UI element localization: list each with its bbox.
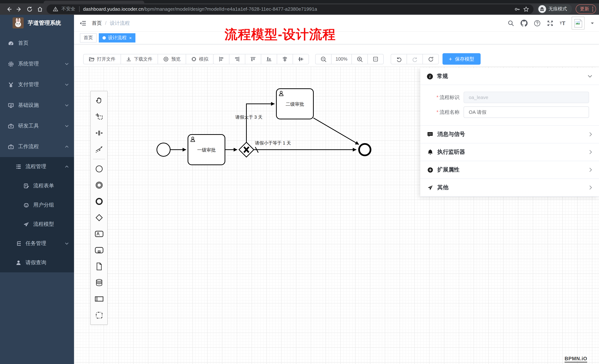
zoom-reset-button[interactable]: [367, 54, 384, 64]
chevron-right-icon: [589, 185, 592, 190]
browser-active-tab[interactable]: [44, 1, 144, 3]
sidebar-item-process-model[interactable]: 流程模型: [0, 215, 74, 234]
sidebar-item-label: 流程模型: [33, 221, 54, 228]
sidebar-item-payment[interactable]: 支付管理: [0, 74, 74, 95]
update-label: 更新: [580, 6, 589, 12]
panel-section-messages[interactable]: 消息与信号: [420, 126, 599, 143]
chevron-down-icon: [65, 83, 69, 86]
panel-section-other[interactable]: 其他: [420, 179, 599, 197]
field-label: *流程标识: [420, 94, 459, 101]
flow-label-gt[interactable]: 请假大于 3 天: [235, 115, 263, 119]
align-right-button[interactable]: [229, 54, 245, 64]
flow-gateway-to-task2[interactable]: [247, 104, 274, 142]
sidebar-item-label: 用户分组: [33, 202, 54, 208]
chevron-right-icon: [589, 132, 592, 137]
forward-icon[interactable]: [14, 4, 24, 14]
github-icon[interactable]: [520, 20, 528, 27]
align-center-vertical-button[interactable]: [293, 54, 309, 64]
required-asterisk: *: [436, 109, 438, 115]
avatar[interactable]: [572, 17, 585, 30]
bookmark-star-icon[interactable]: [521, 5, 530, 14]
font-size-icon[interactable]: TT: [560, 20, 565, 26]
sidebar-item-process-form[interactable]: 流程表单: [0, 176, 74, 195]
sidebar-item-label: 流程表单: [33, 183, 54, 189]
zoom-in-button[interactable]: [352, 54, 368, 64]
align-top-icon: [250, 56, 256, 62]
home-icon[interactable]: [35, 4, 45, 14]
download-file-button[interactable]: 下载文件: [121, 54, 158, 64]
bell-icon: [427, 149, 433, 155]
sidebar-collapse-icon[interactable]: [74, 20, 92, 26]
sidebar-item-home[interactable]: 首页: [0, 33, 74, 54]
tag-close-icon[interactable]: ×: [129, 36, 132, 40]
flow-task2-to-end[interactable]: [313, 118, 359, 144]
align-left-button[interactable]: [213, 54, 229, 64]
password-key-icon[interactable]: [513, 5, 521, 14]
user-task-level2[interactable]: 二级审批: [276, 89, 313, 119]
tag-design-process[interactable]: 设计流程 ×: [99, 33, 135, 42]
required-asterisk: *: [436, 94, 438, 100]
message-icon: [427, 131, 433, 137]
form-edit-icon: [23, 183, 29, 189]
align-center-horizontal-button[interactable]: [277, 54, 293, 64]
screenshot-root: 不安全 dashboard.yudao.iocoder.cn/bpm/manag…: [0, 0, 599, 364]
browser-menu-icon[interactable]: [592, 7, 593, 11]
sidebar-logo-row[interactable]: 芋道管理系统: [0, 15, 74, 31]
sidebar-item-leave-query[interactable]: 请假查询: [0, 253, 74, 272]
breadcrumb-current: 设计流程: [110, 20, 130, 26]
align-top-button[interactable]: [245, 54, 261, 64]
fullscreen-icon[interactable]: [547, 20, 553, 26]
zoom-level-button[interactable]: 100%: [331, 54, 352, 64]
briefcase-icon: [8, 144, 14, 150]
open-file-button[interactable]: 打开文件: [83, 54, 121, 64]
end-event[interactable]: [359, 144, 370, 155]
zoom-button-group: 100%: [315, 54, 384, 64]
restart-button[interactable]: [423, 54, 439, 64]
bpmn-io-watermark[interactable]: BPMN.iO: [564, 356, 587, 363]
simulate-button[interactable]: 模拟: [186, 54, 214, 64]
download-icon: [126, 57, 131, 62]
sidebar-item-label: 研发工具: [18, 123, 39, 129]
panel-section-general[interactable]: i 常规: [420, 68, 599, 85]
zoom-out-button[interactable]: [315, 54, 332, 64]
start-event[interactable]: [157, 143, 170, 156]
back-icon[interactable]: [4, 4, 14, 14]
user-task-level1[interactable]: 一级审批: [188, 135, 225, 165]
process-name-input[interactable]: [464, 106, 589, 118]
sidebar-item-system[interactable]: 系统管理: [0, 54, 74, 74]
redo-button[interactable]: [407, 54, 423, 64]
sidebar-item-task-management[interactable]: 任务管理: [0, 234, 74, 253]
browser-update-button[interactable]: 更新: [575, 4, 596, 14]
address-bar[interactable]: 不安全 dashboard.yudao.iocoder.cn/bpm/manag…: [47, 4, 533, 14]
tag-home[interactable]: 首页: [80, 33, 97, 42]
panel-section-title: 常规: [437, 73, 448, 80]
process-key-input[interactable]: [464, 92, 589, 103]
tag-label: 设计流程: [108, 35, 126, 41]
search-icon[interactable]: [507, 20, 514, 26]
align-bottom-button[interactable]: [261, 54, 277, 64]
preview-button[interactable]: 预览: [158, 54, 186, 64]
breadcrumb-home[interactable]: 首页: [92, 20, 102, 26]
url-text[interactable]: dashboard.yudao.iocoder.cn/bpm/manager/m…: [83, 6, 317, 12]
sidebar-item-infrastructure[interactable]: 基础设施: [0, 95, 74, 116]
sidebar-item-devtools[interactable]: 研发工具: [0, 116, 74, 136]
robot-face-icon: [23, 202, 29, 208]
sidebar-item-workflow[interactable]: 工作流程: [0, 136, 74, 157]
avatar-caret-icon[interactable]: [591, 23, 594, 25]
flow-label-le[interactable]: 请假小于等于 1 天: [255, 140, 291, 145]
breadcrumb-separator: /: [105, 20, 106, 26]
sidebar-item-user-group[interactable]: 用户分组: [0, 195, 74, 215]
save-model-button[interactable]: + 保存模型: [442, 53, 481, 65]
undo-button[interactable]: [391, 54, 407, 64]
reload-icon[interactable]: [24, 4, 35, 14]
help-icon[interactable]: [534, 20, 540, 26]
panel-section-extended-properties[interactable]: 扩展属性: [420, 161, 599, 179]
person-icon: [15, 260, 21, 266]
security-label[interactable]: 不安全: [62, 6, 75, 12]
monitor-icon: [8, 102, 14, 109]
sidebar-item-process-management[interactable]: 流程管理: [0, 157, 74, 176]
browser-tab-strip: [0, 0, 599, 3]
panel-section-label: 消息与信号: [437, 131, 465, 138]
panel-section-listeners[interactable]: 执行监听器: [420, 143, 599, 161]
exclusive-gateway[interactable]: [239, 142, 254, 157]
